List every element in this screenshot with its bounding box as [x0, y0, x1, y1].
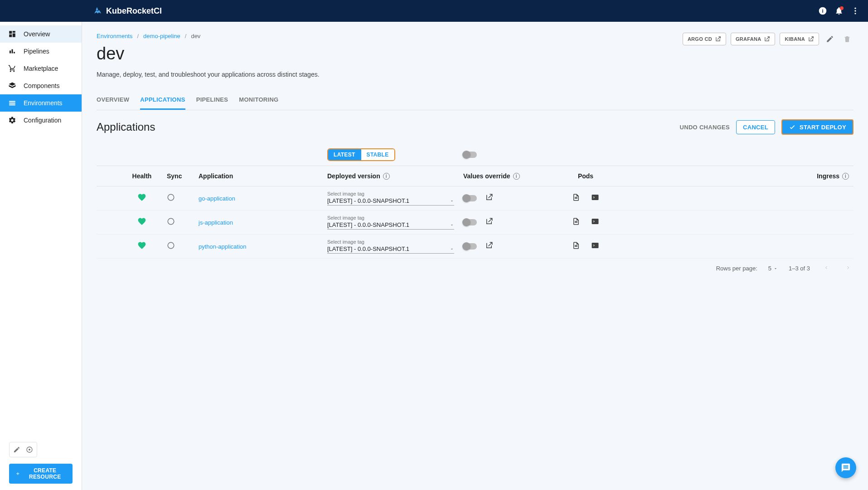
pod-log-icon[interactable]	[572, 241, 580, 251]
header-actions: ARGO CD GRAFANA KIBANA	[683, 33, 853, 45]
svg-point-4	[854, 13, 856, 14]
sync-icon	[167, 193, 175, 203]
open-external-icon[interactable]	[485, 241, 493, 251]
image-tag-label: Select image tag	[327, 215, 454, 220]
table-row: js-application Select image tag [LATEST]…	[97, 211, 853, 235]
image-tag-select[interactable]: [LATEST] - 0.0.0-SNAPSHOT.1	[327, 196, 454, 206]
pagination: Rows per page: 5 1–3 of 3	[97, 259, 853, 278]
notification-dot	[840, 6, 844, 10]
sidebar-item-pipelines[interactable]: Pipelines	[0, 43, 82, 60]
values-override-toggle[interactable]	[463, 195, 477, 201]
pen-icon[interactable]	[11, 444, 22, 455]
values-override-toggle-all[interactable]	[463, 152, 477, 158]
heart-icon	[137, 217, 146, 228]
breadcrumb: Environments / demo-pipeline / dev	[97, 33, 200, 39]
chevron-down-icon	[450, 247, 454, 251]
applications-table: LATEST STABLE Health Sync Application De…	[97, 144, 853, 278]
pod-log-icon[interactable]	[572, 217, 580, 227]
gear-icon	[8, 116, 16, 124]
sidebar-item-label: Overview	[24, 30, 50, 38]
tabs: OVERVIEW APPLICATIONS PIPELINES MONITORI…	[97, 91, 853, 110]
start-deploy-button[interactable]: START DEPLOY	[781, 119, 853, 135]
svg-text:i: i	[822, 8, 823, 14]
image-tag-select[interactable]: [LATEST] - 0.0.0-SNAPSHOT.1	[327, 220, 454, 230]
values-override-toggle[interactable]	[463, 219, 477, 225]
svg-point-7	[168, 218, 174, 225]
sidebar-item-environments[interactable]: Environments	[0, 94, 82, 112]
breadcrumb-pipeline[interactable]: demo-pipeline	[143, 33, 180, 39]
page-range: 1–3 of 3	[789, 265, 810, 272]
pod-terminal-icon[interactable]	[591, 217, 599, 227]
sidebar-item-configuration[interactable]: Configuration	[0, 112, 82, 129]
sync-icon	[167, 217, 175, 227]
pipeline-icon	[8, 47, 16, 55]
create-resource-button[interactable]: CREATE RESOURCE	[9, 464, 73, 484]
info-icon[interactable]: i	[817, 5, 828, 16]
edit-button[interactable]	[824, 33, 836, 45]
main-content: Environments / demo-pipeline / dev dev A…	[82, 22, 868, 490]
table-head: Health Sync Application Deployed version…	[97, 166, 853, 186]
layers-icon	[8, 82, 16, 90]
col-health: Health	[117, 172, 167, 180]
sidebar-item-components[interactable]: Components	[0, 77, 82, 94]
col-pods: Pods	[545, 172, 626, 180]
pod-terminal-icon[interactable]	[591, 241, 599, 251]
sync-icon	[167, 241, 175, 251]
undo-changes-button[interactable]: UNDO CHANGES	[680, 124, 730, 131]
chat-fab[interactable]	[835, 457, 856, 478]
values-override-toggle[interactable]	[463, 243, 477, 250]
svg-point-5	[29, 449, 30, 451]
application-link[interactable]: python-application	[199, 243, 247, 250]
cart-icon	[8, 64, 16, 73]
image-tag-value: [LATEST] - 0.0.0-SNAPSHOT.1	[327, 245, 409, 252]
external-link-icon	[715, 36, 721, 42]
settings-icon[interactable]	[24, 444, 35, 455]
sidebar-item-overview[interactable]: Overview	[0, 25, 82, 43]
prev-page[interactable]	[821, 265, 832, 272]
image-tag-label: Select image tag	[327, 191, 454, 196]
chevron-down-icon	[450, 199, 454, 203]
external-link-icon	[764, 36, 770, 42]
next-page[interactable]	[843, 265, 853, 272]
application-link[interactable]: go-application	[199, 195, 235, 202]
open-external-icon[interactable]	[485, 217, 493, 227]
chevron-down-icon	[773, 266, 778, 271]
breadcrumb-stage: dev	[191, 33, 200, 39]
tab-overview[interactable]: OVERVIEW	[97, 91, 129, 110]
delete-button[interactable]	[841, 33, 853, 45]
pod-terminal-icon[interactable]	[591, 193, 599, 203]
cancel-button[interactable]: CANCEL	[736, 120, 775, 134]
info-icon[interactable]: i	[842, 173, 849, 180]
col-vo: Values override i	[463, 172, 545, 180]
tab-applications[interactable]: APPLICATIONS	[140, 91, 185, 110]
grafana-link[interactable]: GRAFANA	[731, 33, 776, 45]
brand-label: KubeRocketCI	[106, 6, 162, 16]
breadcrumb-environments[interactable]: Environments	[97, 33, 132, 39]
info-icon[interactable]: i	[513, 173, 520, 180]
tab-pipelines[interactable]: PIPELINES	[196, 91, 228, 110]
application-link[interactable]: js-application	[199, 219, 233, 226]
col-app: Application	[199, 172, 327, 180]
pod-log-icon[interactable]	[572, 193, 580, 203]
open-external-icon[interactable]	[485, 193, 493, 203]
sidebar: Overview Pipelines Marketplace Component…	[0, 22, 82, 490]
argocd-link[interactable]: ARGO CD	[683, 33, 726, 45]
chip-latest[interactable]: LATEST	[328, 149, 361, 160]
sidebar-item-label: Components	[24, 82, 59, 89]
info-icon[interactable]: i	[383, 173, 390, 180]
image-tag-select[interactable]: [LATEST] - 0.0.0-SNAPSHOT.1	[327, 245, 454, 254]
chip-stable[interactable]: STABLE	[361, 149, 394, 160]
sidebar-item-marketplace[interactable]: Marketplace	[0, 60, 82, 77]
kibana-link[interactable]: KIBANA	[780, 33, 819, 45]
more-icon[interactable]	[850, 5, 861, 16]
bell-icon[interactable]	[834, 5, 844, 16]
rocket-icon	[92, 6, 102, 15]
image-tag-label: Select image tag	[327, 239, 454, 245]
rows-per-page-value[interactable]: 5	[768, 265, 771, 272]
section-title: Applications	[97, 121, 155, 133]
col-ing: Ingress i	[626, 172, 853, 180]
heart-icon	[137, 193, 146, 204]
tab-monitoring[interactable]: MONITORING	[239, 91, 278, 110]
create-resource-label: CREATE RESOURCE	[24, 467, 66, 480]
chevron-down-icon	[450, 223, 454, 227]
